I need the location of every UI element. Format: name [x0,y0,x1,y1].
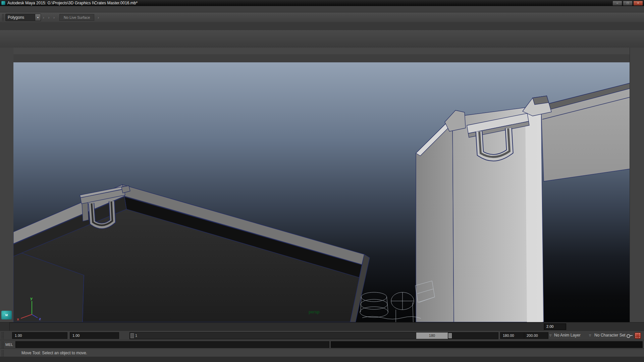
maya-logo-icon [1,1,5,5]
command-line-mode-label[interactable]: MEL [5,340,13,349]
camera-label: persp [309,310,320,314]
selection-mode-dropdown[interactable]: Polygons ▼ [5,14,41,21]
playback-start-field[interactable]: 1.00 [70,332,119,339]
maya-logo-tile: M [1,311,12,319]
auto-keyframe-button[interactable] [635,333,641,339]
group-divider[interactable]: › [48,15,50,19]
shelf-tab-bar [0,22,644,30]
playback-end-field[interactable]: 180.00 [500,332,525,339]
set-key-icon[interactable] [627,334,630,338]
title-bar[interactable]: Autodesk Maya 2015: G:\Projects\3D Graph… [0,0,644,6]
viewport-scene: y x z [13,62,630,322]
workspace: M [0,48,644,322]
shelf-polygons [0,30,644,48]
selection-mode-value: Polygons [8,15,24,20]
help-line-text: Move Tool: Select an object to move. [21,349,87,357]
main-menu-bar [0,6,644,12]
live-surface-field[interactable]: No Live Surface [59,14,94,21]
axis-y-label: y [30,296,33,301]
range-end-handle[interactable] [448,333,452,338]
range-slider-track[interactable]: 1 180 [129,332,498,339]
current-time-field[interactable]: 2.00 [544,323,566,330]
window-title: Autodesk Maya 2015: G:\Projects\3D Graph… [7,1,138,5]
anim-layer-selector[interactable]: No Anim Layer [554,332,581,339]
group-divider[interactable]: › [97,15,100,19]
command-line-grip[interactable] [1,341,4,349]
range-slider-row: 1.00 1.00 1 180 180.00 200.00 ▽ No Anim … [0,330,644,340]
command-line-row: MEL [0,340,644,349]
character-set-selector[interactable]: No Character Set [594,332,626,339]
range-slider-grip[interactable] [1,332,4,339]
mel-command-input[interactable] [15,341,329,348]
status-line: Polygons ▼ › › › No Live Surface › [0,12,644,23]
window-bottom-edge [0,357,644,362]
help-line: Move Tool: Select an object to move. [0,349,644,357]
group-divider[interactable]: › [42,15,45,19]
playback-controls: 2.00 [544,322,644,331]
range-start-label: 1 [135,333,137,339]
animation-start-field[interactable]: 1.00 [12,332,67,339]
range-start-handle[interactable] [130,333,134,338]
maximize-button[interactable]: □ [623,1,633,6]
chevron-down-icon: ▼ [35,14,41,21]
axis-x-label: x [17,317,19,321]
perspective-view-panel: y x z persp [13,48,630,322]
status-line-grip[interactable] [2,14,4,21]
close-button[interactable]: × [633,1,643,6]
time-slider-row: 2.00 [0,322,644,331]
time-slider-track[interactable] [9,322,544,331]
axis-z-label: z [39,317,41,321]
tool-box [0,48,14,324]
group-divider[interactable]: › [53,15,55,19]
range-tail [452,333,498,339]
panel-toolbar [13,54,630,63]
right-sidebar-strip[interactable] [630,48,644,322]
command-output-field[interactable] [331,341,643,348]
animation-end-field[interactable]: 200.00 [524,332,548,339]
help-line-grip[interactable] [1,350,4,357]
playback-range-bar[interactable] [134,333,416,339]
anim-layer-dropdown-icon[interactable]: ▽ [549,334,551,337]
window-controls: –□× [612,1,644,6]
character-set-dropdown-icon[interactable]: ▽ [589,334,591,337]
panel-menu-bar [13,48,630,55]
viewport-canvas[interactable]: y x z persp [13,62,630,322]
range-end-block[interactable]: 180 [416,333,448,339]
maya-application-window: Autodesk Maya 2015: G:\Projects\3D Graph… [0,0,644,362]
minimize-button[interactable]: – [612,1,622,6]
